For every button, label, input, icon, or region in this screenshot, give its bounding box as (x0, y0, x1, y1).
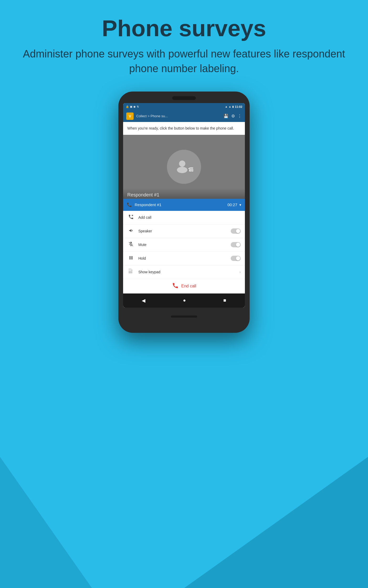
status-icons-left: 🔒 ▣ ◉ ⇅ (126, 105, 139, 108)
nav-bar: ◀ ● ■ (123, 293, 245, 308)
speaker-toggle[interactable] (231, 228, 241, 234)
status-time: 11:02 (235, 105, 242, 108)
hold-row[interactable]: Hold (123, 252, 245, 265)
call-options-panel: Add call Speaker (123, 211, 245, 293)
mute-toggle[interactable] (231, 242, 241, 247)
svg-point-0 (179, 161, 185, 167)
hold-icon (127, 255, 135, 262)
speaker-row[interactable]: Speaker (123, 224, 245, 238)
page-title: Phone surveys (21, 16, 347, 41)
svg-text:☎: ☎ (188, 166, 193, 173)
contact-area: ☎ Respondent #1 (123, 135, 245, 199)
keypad-icon (127, 269, 135, 275)
mute-icon (127, 241, 135, 248)
end-call-label: End call (181, 284, 196, 288)
phone-screen: 🔒 ▣ ◉ ⇅ ▲ ▲ ▮ 11:02 V (123, 103, 245, 308)
signal-icon: ▲ (229, 105, 231, 108)
app-logo: V (126, 113, 134, 120)
incall-timer: 00:27 (227, 202, 237, 207)
mute-row[interactable]: Mute (123, 238, 245, 252)
home-button[interactable]: ● (183, 298, 186, 303)
hold-label: Hold (138, 256, 231, 260)
hold-toggle[interactable] (231, 256, 241, 261)
phone-wrapper: 🔒 ▣ ◉ ⇅ ▲ ▲ ▮ 11:02 V (0, 92, 368, 333)
incall-bar[interactable]: 📞 Respondent #1 00:27 ▾ (123, 199, 245, 211)
status-bar: 🔒 ▣ ◉ ⇅ ▲ ▲ ▮ 11:02 (123, 103, 245, 110)
contact-name-text: Respondent #1 (127, 192, 159, 198)
content-area: When you're ready, click the button belo… (123, 122, 245, 308)
incall-phone-icon: 📞 (127, 202, 132, 207)
app-bar-icons: 💾 ⚙ ⋮ (223, 114, 242, 119)
end-call-row[interactable]: End call (123, 279, 245, 293)
phone-home-bar (171, 316, 197, 318)
save-icon[interactable]: 💾 (223, 114, 229, 119)
phone-speaker (172, 96, 196, 100)
mute-label: Mute (138, 243, 231, 247)
show-keypad-label: Show keypad (138, 270, 239, 274)
svg-point-1 (177, 167, 187, 173)
add-call-row[interactable]: Add call (123, 211, 245, 224)
add-call-icon (127, 214, 135, 221)
incall-expand-icon[interactable]: ▾ (239, 203, 241, 207)
keypad-chevron-icon: › (239, 270, 241, 274)
speaker-icon (127, 228, 135, 234)
incall-name: Respondent #1 (135, 202, 227, 207)
back-button[interactable]: ◀ (142, 298, 145, 303)
app-bar: V Collect > Phone su... 💾 ⚙ ⋮ (123, 110, 245, 122)
phone-bottom (123, 310, 245, 323)
status-icons-right: ▲ ▲ ▮ 11:02 (225, 105, 242, 108)
battery-icon: ▮ (232, 105, 234, 108)
contact-name-partial: Respondent #1 (123, 188, 245, 199)
lock-icon: 🔒 (126, 105, 129, 108)
data-icon: ⇅ (137, 105, 139, 108)
page-subtitle: Administer phone surveys with powerful n… (21, 46, 347, 76)
wifi-icon: ▲ (225, 105, 228, 108)
contact-avatar: ☎ (167, 150, 201, 184)
settings-icon[interactable]: ⚙ (231, 114, 235, 119)
add-call-label: Add call (138, 215, 241, 220)
speaker-label: Speaker (138, 229, 231, 233)
recent-button[interactable]: ■ (223, 298, 226, 303)
contact-icon: ☎ (175, 159, 193, 175)
sim-icon: ▣ (130, 105, 132, 108)
page-header: Phone surveys Administer phone surveys w… (0, 0, 368, 86)
end-call-icon (172, 282, 179, 290)
more-icon[interactable]: ⋮ (238, 114, 242, 119)
show-keypad-row[interactable]: Show keypad › (123, 265, 245, 279)
circle-icon: ◉ (133, 105, 136, 108)
call-instruction: When you're ready, click the button belo… (123, 122, 245, 135)
breadcrumb: Collect > Phone su... (136, 114, 221, 118)
phone-device: 🔒 ▣ ◉ ⇅ ▲ ▲ ▮ 11:02 V (118, 92, 250, 333)
